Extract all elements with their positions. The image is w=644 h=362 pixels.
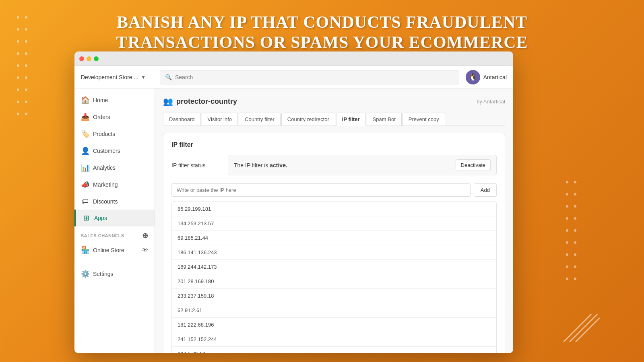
top-nav: Developement Store ... ▼ 🔍 🐧 Antartical bbox=[74, 66, 513, 88]
sidebar-item-marketing[interactable]: 📣 Marketing bbox=[74, 176, 155, 193]
search-icon: 🔍 bbox=[165, 74, 172, 80]
ip-input[interactable] bbox=[171, 183, 471, 197]
list-item: 85.29.199.181 bbox=[172, 202, 496, 216]
sidebar-label-customers: Customers bbox=[93, 148, 120, 154]
header-title: Banish any IP that conducts fraudulent t… bbox=[0, 8, 644, 57]
list-item: 241.152.152.244 bbox=[172, 332, 496, 347]
user-area: 🐧 Antartical bbox=[466, 70, 507, 84]
store-selector[interactable]: Developement Store ... ▼ bbox=[81, 74, 153, 80]
status-label: IP filter status bbox=[171, 162, 220, 169]
sidebar-label-apps: Apps bbox=[94, 215, 107, 221]
page-header: 👥 protector-country by Antartical bbox=[163, 97, 505, 106]
orders-icon: 📥 bbox=[81, 113, 89, 121]
list-item: 204.5.79.16 bbox=[172, 347, 496, 353]
add-ip-button[interactable]: Add bbox=[474, 183, 497, 197]
sidebar-label-online-store: Online Store bbox=[93, 247, 124, 253]
sidebar-label-orders: Orders bbox=[93, 114, 110, 120]
search-input[interactable] bbox=[175, 74, 454, 80]
tabs: Dashboard Visitor info Country filter Co… bbox=[163, 113, 505, 126]
sidebar-label-discounts: Discounts bbox=[93, 198, 118, 205]
sidebar-label-analytics: Analytics bbox=[93, 165, 116, 171]
eye-icon[interactable]: 👁 bbox=[142, 247, 148, 254]
list-item: 186.141.136.243 bbox=[172, 245, 496, 260]
discounts-icon: 🏷 bbox=[81, 197, 89, 206]
sidebar-bottom: ⚙️ Settings bbox=[74, 262, 155, 282]
sidebar-label-home: Home bbox=[93, 97, 108, 103]
list-item: 62.91.2.61 bbox=[172, 303, 496, 318]
list-item: 201.28.169.180 bbox=[172, 274, 496, 289]
tab-country-filter[interactable]: Country filter bbox=[239, 113, 281, 125]
tab-prevent-copy[interactable]: Prevent copy bbox=[402, 113, 445, 125]
sidebar-item-products[interactable]: 🏷️ Products bbox=[74, 125, 155, 142]
apps-icon: ⊞ bbox=[82, 214, 90, 222]
ip-filter-card: IP filter IP filter status The IP filter… bbox=[163, 133, 505, 353]
list-item: 181.222.68.196 bbox=[172, 318, 496, 332]
list-item: 69.185.21.44 bbox=[172, 231, 496, 245]
tab-visitor-info[interactable]: Visitor info bbox=[202, 113, 238, 125]
tab-country-redirector[interactable]: Country redirector bbox=[281, 113, 335, 125]
sidebar-item-discounts[interactable]: 🏷 Discounts bbox=[74, 193, 155, 210]
ip-list: 85.29.199.181 134.253.213.57 69.185.21.4… bbox=[171, 202, 497, 353]
title-bar bbox=[74, 51, 513, 66]
svg-line-0 bbox=[564, 314, 592, 342]
page-title-area: 👥 protector-country bbox=[163, 97, 237, 106]
deactivate-button[interactable]: Deactivate bbox=[456, 159, 491, 171]
home-icon: 🏠 bbox=[81, 96, 89, 105]
online-store-icon: 🏪 bbox=[81, 246, 89, 255]
sidebar-item-online-store[interactable]: 🏪 Online Store 👁 bbox=[74, 242, 155, 259]
header-title-line2: transactions or spams your ecommerce bbox=[80, 32, 564, 52]
svg-line-2 bbox=[576, 318, 600, 342]
store-chevron-icon: ▼ bbox=[141, 74, 146, 80]
maximize-btn[interactable] bbox=[94, 56, 99, 61]
minimize-btn[interactable] bbox=[87, 56, 91, 61]
status-box: The IP filter is active. Deactivate bbox=[228, 155, 497, 175]
close-btn[interactable] bbox=[79, 56, 84, 61]
sidebar-item-apps[interactable]: ⊞ Apps bbox=[74, 210, 155, 226]
status-row: IP filter status The IP filter is active… bbox=[171, 155, 497, 175]
avatar: 🐧 bbox=[466, 70, 480, 84]
tab-spam-bot[interactable]: Spam Bot bbox=[367, 113, 402, 125]
sidebar-item-settings[interactable]: ⚙️ Settings bbox=[74, 265, 155, 282]
analytics-icon: 📊 bbox=[81, 163, 89, 172]
tab-ip-filter[interactable]: IP filter bbox=[336, 113, 366, 126]
list-item: 233.237.159.18 bbox=[172, 289, 496, 303]
list-item: 134.253.213.57 bbox=[172, 216, 496, 231]
content-area: 👥 protector-country by Antartical Dashbo… bbox=[155, 88, 513, 353]
svg-line-1 bbox=[570, 314, 598, 342]
marketing-icon: 📣 bbox=[81, 180, 89, 189]
settings-icon: ⚙️ bbox=[81, 269, 89, 278]
sidebar-label-products: Products bbox=[93, 131, 115, 137]
sidebar-item-analytics[interactable]: 📊 Analytics bbox=[74, 159, 155, 176]
tab-dashboard[interactable]: Dashboard bbox=[163, 113, 201, 125]
diagonal-decoration bbox=[564, 314, 596, 338]
customers-icon: 👤 bbox=[81, 146, 89, 155]
sales-channels-section: SALES CHANNELS ⊕ bbox=[74, 226, 155, 242]
by-label: by Antartical bbox=[477, 99, 505, 105]
ip-input-row: Add bbox=[171, 183, 497, 197]
sidebar-item-home[interactable]: 🏠 Home bbox=[74, 92, 155, 109]
list-item: 169.244.142.173 bbox=[172, 260, 496, 274]
sidebar-label-settings: Settings bbox=[93, 271, 114, 277]
store-name: Developement Store ... bbox=[81, 74, 138, 80]
card-title: IP filter bbox=[171, 141, 497, 148]
header-title-line1: Banish any IP that conducts fraudulent bbox=[80, 12, 564, 32]
status-text: The IP filter is active. bbox=[234, 162, 287, 169]
main-layout: 🏠 Home 📥 Orders 🏷️ Products 👤 Customers … bbox=[74, 88, 513, 353]
page-title: protector-country bbox=[176, 97, 237, 106]
sidebar: 🏠 Home 📥 Orders 🏷️ Products 👤 Customers … bbox=[74, 88, 155, 353]
sidebar-item-customers[interactable]: 👤 Customers bbox=[74, 142, 155, 159]
search-bar[interactable]: 🔍 bbox=[160, 70, 459, 84]
app-icon: 👥 bbox=[163, 97, 173, 106]
sidebar-item-orders[interactable]: 📥 Orders bbox=[74, 109, 155, 125]
add-sales-channel-icon[interactable]: ⊕ bbox=[142, 231, 149, 240]
main-window: Developement Store ... ▼ 🔍 🐧 Antartical … bbox=[74, 51, 513, 353]
products-icon: 🏷️ bbox=[81, 130, 89, 138]
user-name: Antartical bbox=[483, 74, 507, 80]
sidebar-label-marketing: Marketing bbox=[93, 181, 118, 188]
